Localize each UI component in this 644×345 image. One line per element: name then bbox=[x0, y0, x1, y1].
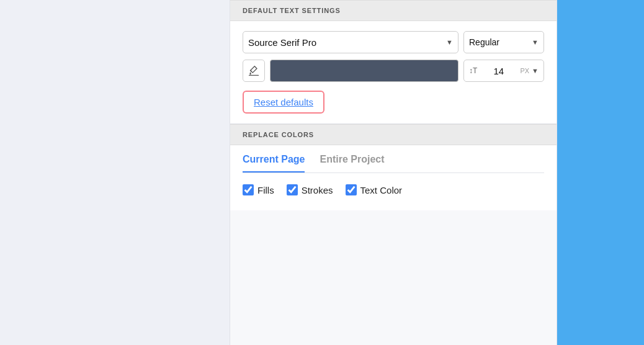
font-size-icon: ↕T bbox=[469, 66, 477, 75]
font-style-label: Regular bbox=[469, 37, 528, 47]
strokes-checkbox-item[interactable]: Strokes bbox=[287, 184, 333, 195]
middle-panel: DEFAULT TEXT SETTINGS Source Serif Pro ▼… bbox=[230, 0, 557, 345]
font-size-unit: PX bbox=[520, 67, 529, 74]
replace-colors-body: Current Page Entire Project Fills Stroke… bbox=[230, 145, 557, 210]
text-color-checkbox[interactable] bbox=[346, 184, 357, 195]
fills-checkbox[interactable] bbox=[243, 184, 254, 195]
checkboxes-row: Fills Strokes Text Color bbox=[243, 182, 544, 200]
text-color-checkbox-item[interactable]: Text Color bbox=[346, 184, 403, 195]
left-panel bbox=[0, 0, 230, 345]
font-size-value: 14 bbox=[480, 66, 517, 76]
font-dropdown-icon: ▼ bbox=[446, 38, 453, 46]
fills-checkbox-item[interactable]: Fills bbox=[243, 184, 274, 195]
default-text-settings-label: DEFAULT TEXT SETTINGS bbox=[243, 7, 341, 14]
paint-bucket-icon bbox=[248, 65, 259, 76]
strokes-label: Strokes bbox=[302, 185, 333, 195]
tab-current-page-label: Current Page bbox=[243, 154, 305, 164]
text-color-label: Text Color bbox=[360, 185, 403, 195]
font-size-dropdown-icon: ▼ bbox=[532, 67, 539, 74]
tab-entire-project[interactable]: Entire Project bbox=[320, 154, 384, 172]
svg-rect-0 bbox=[249, 75, 259, 76]
color-picker-button[interactable] bbox=[243, 60, 265, 82]
fills-label: Fills bbox=[257, 185, 274, 195]
font-style-select[interactable]: Regular ▼ bbox=[463, 31, 544, 53]
color-size-row: ↕T 14 PX ▼ bbox=[243, 60, 544, 82]
font-name-label: Source Serif Pro bbox=[248, 37, 442, 48]
tab-entire-project-label: Entire Project bbox=[320, 154, 384, 164]
font-style-dropdown-icon: ▼ bbox=[532, 38, 539, 46]
reset-defaults-wrapper: Reset defaults bbox=[243, 91, 544, 114]
default-text-settings-body: Source Serif Pro ▼ Regular ▼ ↕T bbox=[230, 21, 557, 123]
font-row: Source Serif Pro ▼ Regular ▼ bbox=[243, 31, 544, 53]
color-swatch[interactable] bbox=[270, 60, 458, 82]
font-select[interactable]: Source Serif Pro ▼ bbox=[243, 31, 458, 53]
tabs-row: Current Page Entire Project bbox=[243, 145, 544, 173]
replace-colors-header: REPLACE COLORS bbox=[230, 124, 557, 145]
strokes-checkbox[interactable] bbox=[287, 184, 298, 195]
font-size-input[interactable]: ↕T 14 PX ▼ bbox=[463, 60, 544, 82]
reset-defaults-button[interactable]: Reset defaults bbox=[243, 91, 324, 114]
tab-current-page[interactable]: Current Page bbox=[243, 154, 305, 172]
right-panel bbox=[557, 0, 644, 345]
default-text-settings-header: DEFAULT TEXT SETTINGS bbox=[230, 0, 557, 21]
replace-colors-label: REPLACE COLORS bbox=[243, 131, 314, 138]
